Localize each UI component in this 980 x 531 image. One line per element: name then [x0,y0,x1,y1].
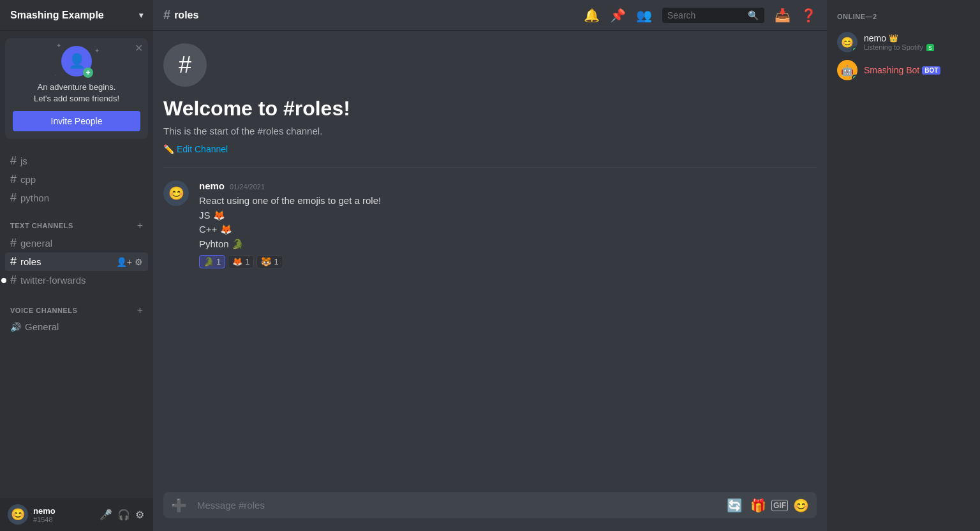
message-line-2: JS 🦊 [199,208,817,223]
top-bar: # roles 🔔 📌 👥 🔍 📥 ❓ [153,0,827,31]
reactions: 🐊 1 🦊 1 🐯 1 [199,255,817,268]
pin-icon[interactable]: 📌 [610,8,626,23]
main-content: # roles 🔔 📌 👥 🔍 📥 ❓ # Welcome to #roles!… [153,0,827,531]
top-bar-actions: 🔔 📌 👥 🔍 📥 ❓ [584,8,817,23]
voice-channels-section: VOICE CHANNELS + 🔊 General [0,292,153,337]
bell-icon[interactable]: 🔔 [584,8,600,23]
sparkle-icon-3: · [55,72,56,78]
message-input[interactable] [195,492,719,518]
edit-channel-label: Edit Channel [177,144,228,154]
close-icon[interactable]: ✕ [135,42,143,54]
server-name: Smashing Example [10,10,104,21]
top-channels: # js # cpp # python [0,147,153,207]
banner-avatar-container: 👤 + ✦ · · ✦ [13,46,140,76]
user-avatar: 😊 [8,504,28,525]
headset-icon[interactable]: 🎧 [116,507,131,522]
member-item-nemo[interactable]: 😊 nemo 👑 Listening to Spotify S [832,28,975,56]
notification-dot [1,278,6,283]
inbox-icon[interactable]: 📥 [775,8,791,23]
channel-title: # roles [163,8,198,22]
member-item-smashing-bot[interactable]: 🤖 Smashing Bot BOT [832,56,975,84]
avatar-plus-icon: + [83,68,93,78]
reaction-1[interactable]: 🦊 1 [228,255,254,268]
reaction-emoji: 🐯 [261,257,271,266]
message-header: nemo 01/24/2021 [199,180,817,191]
invite-people-button[interactable]: Invite People [13,111,140,131]
message-avatar: 😊 [163,180,189,206]
hash-icon: # [10,273,17,287]
search-input[interactable] [667,10,744,20]
add-file-icon[interactable]: ➕ [168,495,189,516]
sparkle-icon: ✦ [56,42,61,49]
channel-label: General [25,321,59,332]
reaction-0[interactable]: 🐊 1 [199,255,225,268]
sparkle-icon-4: ✦ [94,47,100,54]
crown-icon: 👑 [889,34,898,43]
mute-icon[interactable]: 🎤 [98,507,114,522]
text-channels-label: TEXT CHANNELS [10,222,73,229]
channel-label: js [20,156,27,166]
add-voice-channel-icon[interactable]: + [137,305,143,316]
hash-large-icon: # [179,52,191,78]
member-name-bot: Smashing Bot [864,65,919,75]
voice-channels-header[interactable]: VOICE CHANNELS + [5,302,148,319]
message-content: nemo 01/24/2021 React using one of the e… [199,180,817,268]
channel-name: roles [174,10,198,21]
text-channels-header[interactable]: TEXT CHANNELS + [5,217,148,234]
settings-icon[interactable]: ⚙ [135,257,143,267]
members-icon[interactable]: 👥 [636,8,652,23]
hash-icon: # [10,191,17,205]
message-timestamp: 01/24/2021 [230,183,265,191]
channel-item-general[interactable]: # general [5,234,148,252]
welcome-banner: ✕ 👤 + ✦ · · ✦ An adventure begins. Let's… [5,38,148,139]
gift-icon[interactable]: 🎁 [748,495,769,516]
bot-badge: BOT [922,66,940,75]
add-text-channel-icon[interactable]: + [137,220,143,231]
username: nemo [33,506,93,516]
hash-icon: # [10,173,17,186]
apps-icon[interactable]: 🔄 [724,495,745,516]
server-header[interactable]: Smashing Example ▾ [0,0,153,31]
hash-icon: # [10,255,17,268]
member-name-row: nemo 👑 [864,33,970,43]
add-member-icon[interactable]: 👤+ [116,257,132,267]
member-info-bot: Smashing Bot BOT [864,65,970,75]
channel-item-python[interactable]: # python [5,189,148,207]
reaction-2[interactable]: 🐯 1 [256,255,283,268]
user-info: nemo #1548 [33,506,93,523]
reaction-emoji: 🐊 [204,257,214,266]
message-text: React using one of the emojis to get a r… [199,194,817,251]
channel-item-twitter-forwards[interactable]: # twitter-forwards [5,271,148,289]
edit-channel-link[interactable]: ✏️ Edit Channel [163,144,817,154]
chat-area: # Welcome to #roles! This is the start o… [153,31,827,492]
chevron-down-icon: ▾ [139,11,143,20]
search-bar[interactable]: 🔍 [662,8,764,23]
channel-item-general-voice[interactable]: 🔊 General [5,319,148,335]
member-name: nemo [864,33,886,43]
search-icon: 🔍 [748,10,759,20]
spotify-icon: S [926,44,934,51]
channel-item-js[interactable]: # js [5,152,148,170]
hash-icon: # [10,236,17,250]
channel-icon-large: # [163,43,207,87]
member-status-text: Listening to Spotify S [864,43,970,51]
input-actions: 🔄 🎁 GIF 😊 [724,495,812,516]
channel-label: roles [20,256,41,267]
channel-action-icons: 👤+ ⚙ [116,257,143,267]
reaction-count: 1 [216,257,221,266]
message-input-box: ➕ 🔄 🎁 GIF 😊 [163,492,817,518]
banner-text: An adventure begins. Let's add some frie… [13,82,140,105]
user-bar: 😊 nemo #1548 🎤 🎧 ⚙ [0,498,153,531]
pencil-icon: ✏️ [163,144,174,154]
channel-item-roles[interactable]: # roles 👤+ ⚙ [5,252,148,271]
hash-icon: # [10,154,17,168]
help-icon[interactable]: ❓ [801,8,817,23]
channel-item-cpp[interactable]: # cpp [5,170,148,189]
gif-icon[interactable]: GIF [771,500,788,511]
emoji-icon[interactable]: 😊 [791,495,812,516]
hash-icon: # [163,8,170,22]
settings-icon[interactable]: ⚙ [134,507,145,522]
speaker-icon: 🔊 [10,322,21,332]
reaction-emoji: 🦊 [232,257,242,266]
channel-welcome: # Welcome to #roles! This is the start o… [163,43,817,168]
